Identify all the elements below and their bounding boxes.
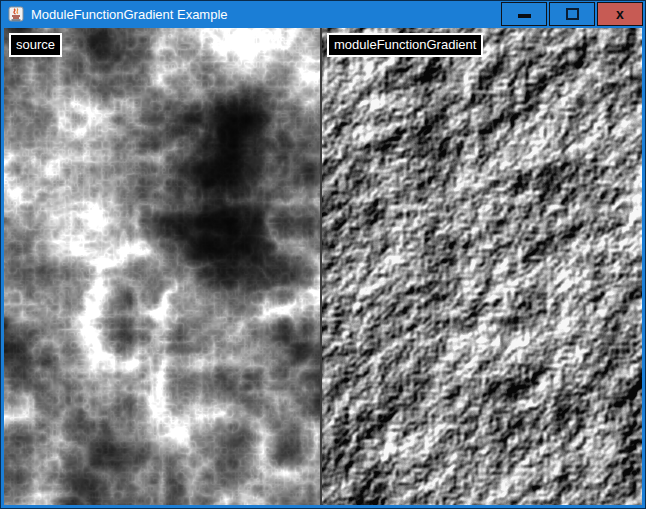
- source-label: source: [9, 33, 62, 57]
- titlebar[interactable]: ModuleFunctionGradient Example x: [1, 1, 645, 27]
- source-image: [4, 28, 320, 505]
- panel-gradient: moduleFunctionGradient: [322, 28, 642, 505]
- close-button[interactable]: x: [597, 2, 643, 26]
- gradient-label: moduleFunctionGradient: [327, 33, 483, 57]
- app-window: ModuleFunctionGradient Example x source …: [0, 0, 646, 509]
- panel-source: source: [4, 28, 320, 505]
- maximize-icon: [566, 8, 579, 20]
- java-coffee-cup-icon: [8, 6, 24, 22]
- content-area: source moduleFunctionGradient: [4, 28, 642, 505]
- maximize-button[interactable]: [549, 2, 595, 26]
- window-title: ModuleFunctionGradient Example: [31, 7, 228, 22]
- window-controls: x: [501, 2, 643, 26]
- minimize-button[interactable]: [501, 2, 547, 26]
- minimize-icon: [518, 14, 531, 18]
- gradient-image: [322, 28, 642, 505]
- close-icon: x: [616, 7, 624, 21]
